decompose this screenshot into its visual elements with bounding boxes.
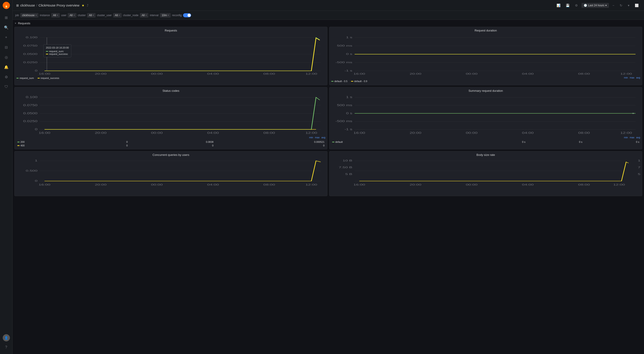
svg-text:08:00: 08:00 (263, 73, 275, 75)
breadcrumb: ⊞ clickhouse / ClickHouse Proxy overview… (16, 3, 553, 7)
legend-default-05: default - 0.5 (331, 80, 348, 82)
summary-col-max: max (630, 136, 634, 139)
dashboards-icon[interactable]: ⊟ (2, 43, 11, 52)
legend-dot-success (38, 78, 40, 78)
interval-arrow: ▾ (168, 14, 169, 16)
time-label: Last 24 hours (588, 4, 604, 7)
requests-section-header: ▼ Requests (14, 22, 642, 25)
svg-text:16:00: 16:00 (39, 132, 50, 134)
svg-text:0.100: 0.100 (26, 96, 38, 99)
add-icon[interactable]: + (2, 33, 11, 42)
svg-text:16:00: 16:00 (354, 73, 365, 75)
svg-text:5 B: 5 B (345, 173, 352, 176)
alerts-icon[interactable]: 🔔 (2, 62, 11, 72)
instance-filter[interactable]: All ▾ (51, 13, 60, 18)
summary-title: Summary request duration (331, 89, 640, 92)
svg-text:16:00: 16:00 (354, 132, 365, 134)
svg-text:04:00: 04:00 (522, 73, 534, 75)
avatar[interactable]: 👤 (3, 334, 10, 342)
job-filter[interactable]: clickhouse ▾ (20, 13, 38, 18)
legend-label-success: request_success (41, 77, 59, 80)
svg-text:16:00: 16:00 (39, 73, 50, 75)
explore-icon[interactable]: ◎ (2, 53, 11, 62)
user-value: All (70, 14, 72, 17)
svg-text:1: 1 (35, 160, 38, 162)
charts-row-3: Concurrent queries by users 1 0.500 0 16… (14, 151, 642, 196)
collapse-icon[interactable]: ▼ (14, 22, 17, 24)
instance-label: instance (40, 14, 50, 17)
svg-text:0 s: 0 s (346, 112, 352, 115)
svg-text:20:00: 20:00 (95, 73, 106, 75)
app-logo[interactable]: 🔥 (3, 2, 10, 9)
requests-chart-title: Requests (16, 29, 325, 32)
concurrent-queries-title: Concurrent queries by users (16, 153, 325, 156)
interval-filter[interactable]: 10m ▾ (160, 13, 171, 18)
menu-icon[interactable]: ⊞ (2, 13, 11, 22)
main-content: ▼ Requests Requests 0.100 0.0750 0.0500 (12, 20, 644, 354)
svg-text:20:00: 20:00 (410, 132, 422, 134)
reconfig-label: reconfig (172, 14, 182, 17)
cluster-user-filter[interactable]: All ▾ (113, 13, 122, 18)
save-button[interactable]: 💾 (564, 3, 571, 8)
legend-dot-400 (17, 145, 20, 146)
help-icon[interactable]: ? (2, 343, 11, 352)
settings-button[interactable]: ⚙ (573, 3, 580, 8)
svg-text:0.0250: 0.0250 (23, 120, 38, 123)
cluster-user-label: cluster_user (97, 14, 112, 17)
svg-text:08:00: 08:00 (578, 73, 590, 75)
cluster-arrow: ▾ (93, 14, 94, 16)
cluster-node-filter[interactable]: All ▾ (140, 13, 148, 18)
chart-type-button[interactable]: 📊 (555, 3, 562, 8)
tv-mode-button[interactable]: ⬜ (633, 3, 640, 8)
200-min: 0 (100, 140, 128, 144)
user-filter[interactable]: All ▾ (68, 13, 76, 18)
body-size-svg: 10 B 7.50 B 5 B 100 B 75 B 50 B 16:00 20… (331, 158, 640, 189)
svg-text:12:00: 12:00 (305, 184, 317, 186)
reconfig-switch[interactable] (183, 13, 191, 17)
more-button[interactable]: ▾ (626, 3, 631, 8)
home-icon[interactable]: ⊞ (16, 4, 19, 7)
cluster-node-arrow: ▾ (146, 14, 146, 16)
job-arrow: ▾ (36, 14, 37, 16)
svg-text:08:00: 08:00 (263, 132, 275, 134)
configuration-icon[interactable]: ⚙ (2, 72, 11, 82)
legend-request-sum: request_sum (16, 77, 34, 80)
status-codes-legend: 200 0 0.0838 0.000521 400 0 0 (16, 140, 325, 147)
requests-chart-area: 0.100 0.0750 0.0500 0.0250 0 16:00 20:00… (16, 33, 325, 76)
cluster-user-value: All (115, 14, 118, 17)
request-duration-chart: Request duration 1 s 500 ms 0 s -500 ms … (329, 27, 642, 85)
top-navigation: ⊞ clickhouse / ClickHouse Proxy overview… (12, 0, 644, 11)
svg-text:16:00: 16:00 (39, 184, 50, 186)
svg-text:04:00: 04:00 (207, 132, 219, 134)
shield-icon[interactable]: 🛡 (2, 82, 11, 91)
svg-text:16:00: 16:00 (354, 184, 365, 186)
dashboard-title: ClickHouse Proxy overview (38, 3, 80, 7)
svg-text:-500 ms: -500 ms (335, 61, 352, 64)
cluster-node-label: cluster_node (123, 14, 138, 17)
cluster-filter[interactable]: All ▾ (87, 13, 96, 18)
svg-text:08:00: 08:00 (263, 184, 275, 186)
svg-text:0.500: 0.500 (26, 170, 38, 172)
svg-text:1 s: 1 s (346, 96, 352, 99)
summary-request-duration-chart: Summary request duration 1 s 500 ms 0 s … (329, 87, 642, 149)
svg-text:7.50 B: 7.50 B (339, 166, 352, 169)
time-picker[interactable]: 🕐 Last 24 hours ▾ (582, 3, 609, 8)
legend-dot-200 (17, 142, 20, 142)
400-max: 0 (128, 144, 214, 147)
star-button[interactable]: ★ (82, 4, 84, 7)
legend-label-05: default - 0.5 (334, 80, 348, 82)
share-button[interactable]: ⤴ (87, 4, 88, 7)
topnav-actions: 📊 💾 ⚙ 🕐 Last 24 hours ▾ − ↻ ▾ ⬜ (555, 3, 640, 8)
legend-row-200: 200 0 0.0838 0.000521 (16, 140, 325, 144)
svg-text:0.0500: 0.0500 (23, 112, 38, 115)
col-min-header: min (624, 76, 628, 79)
interval-value: 10m (162, 14, 167, 17)
search-icon[interactable]: 🔍 (2, 23, 11, 32)
zoom-out-button[interactable]: − (611, 3, 616, 8)
status-codes-title: Status codes (16, 89, 325, 92)
col-avg-header: avg (636, 76, 640, 79)
refresh-button[interactable]: ↻ (618, 3, 624, 8)
svg-text:10 B: 10 B (343, 160, 352, 162)
legend-dot-default (332, 142, 334, 142)
summary-area: 1 s 500 ms 0 s -500 ms -1 s 16:00 20:00 … (331, 93, 640, 136)
